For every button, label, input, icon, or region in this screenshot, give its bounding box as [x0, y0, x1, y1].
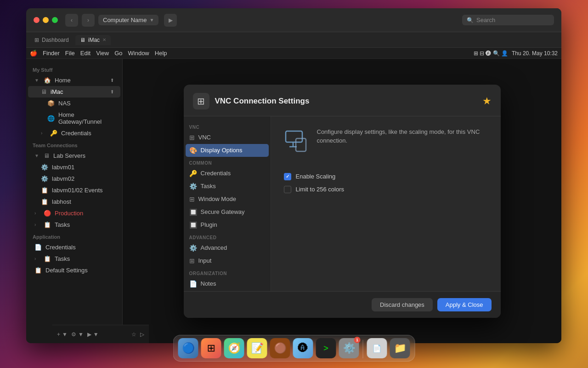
sidebar-item-tasks-team[interactable]: › 📋 Tasks: [28, 219, 120, 230]
add-button[interactable]: + ▼: [57, 331, 68, 338]
apply-close-button[interactable]: Apply & Close: [437, 298, 492, 311]
terminal-icon: >: [323, 344, 328, 353]
dialog-item-secure-gateway[interactable]: 🔲 Secure Gateway: [184, 206, 271, 218]
credentials-icon: 🔑: [50, 130, 57, 137]
sidebar-item-home[interactable]: ▼ 🏠 Home ⬆: [28, 75, 120, 86]
play-icon: ▶: [169, 17, 173, 23]
svg-rect-0: [286, 131, 302, 142]
search-icon: 🔍: [467, 17, 474, 23]
sidebar-item-label: labhost: [52, 198, 71, 205]
enable-scaling-checkbox-box[interactable]: [284, 173, 291, 180]
menu-window[interactable]: Window: [128, 50, 149, 57]
sidebar-item-label: Lab Servers: [53, 152, 85, 159]
svg-rect-3: [296, 138, 306, 151]
plugin-icon: 🔲: [189, 221, 197, 229]
sidebar-item-label: Home Gateway/Tunnel: [58, 111, 114, 125]
chevron-down-icon: ▼: [62, 331, 68, 338]
cred-icon: 🔑: [189, 170, 197, 177]
star-button[interactable]: ☆: [131, 331, 136, 338]
maximize-button[interactable]: [52, 17, 58, 23]
dock-notes[interactable]: 📝: [247, 338, 267, 358]
bottom-toolbar: + ▼ ⚙ ▼ ▶ ▼ ☆ ▷: [52, 325, 149, 343]
dock-appstore[interactable]: 🅐: [293, 338, 313, 358]
dialog-item-tasks[interactable]: ⚙️ Tasks: [184, 180, 271, 193]
dialog-item-credentials[interactable]: 🔑 Credentials: [184, 167, 271, 180]
events-icon: 📋: [41, 187, 48, 194]
sidebar-item-credentials[interactable]: › 🔑 Credentials: [28, 127, 120, 139]
menu-edit[interactable]: Edit: [80, 50, 90, 57]
dock-terminal[interactable]: >: [316, 338, 336, 358]
menu-go[interactable]: Go: [114, 50, 122, 57]
menu-view[interactable]: View: [96, 50, 109, 57]
sidebar-item-label: labvm01: [52, 164, 74, 171]
menu-finder[interactable]: Finder: [43, 50, 60, 57]
gateway-icon: 🔲: [189, 208, 197, 216]
enable-scaling-checkbox[interactable]: Enable Scaling: [284, 173, 488, 180]
action-button[interactable]: ▶: [164, 14, 177, 27]
minimize-button[interactable]: [43, 17, 49, 23]
sidebar-item-lab-servers[interactable]: ▼ 🖥 Lab Servers: [28, 150, 120, 161]
sidebar-item-labvm-events[interactable]: 📋 labvm01/02 Events: [28, 184, 120, 196]
sidebar-item-label: Tasks: [55, 221, 70, 228]
lab-icon: 🖥: [44, 152, 50, 159]
dialog-section-common: Common: [184, 157, 271, 167]
menu-help[interactable]: Help: [155, 50, 167, 57]
dock-separator: [363, 340, 363, 358]
dialog-description-text: Configure display settings, like the sca…: [317, 127, 488, 145]
menu-file[interactable]: File: [65, 50, 75, 57]
search-bar[interactable]: 🔍 Search: [462, 15, 554, 25]
sidebar-item-label: iMac: [51, 88, 63, 95]
dock-folder[interactable]: 📁: [390, 338, 410, 358]
checkbox-group: Enable Scaling Limit to 256 colors: [284, 173, 488, 193]
connect-button[interactable]: ▶ ▼: [87, 331, 99, 338]
sidebar-item-production[interactable]: › 🔴 Production: [28, 207, 120, 219]
sidebar-item-default-settings[interactable]: 📋 Default Settings: [28, 264, 120, 276]
sidebar-item-app-credentials[interactable]: 📄 Credentials: [28, 242, 120, 253]
notes-icon: 📄: [189, 280, 197, 288]
tab-dashboard[interactable]: ⊞ Dashboard: [30, 35, 74, 45]
window-icons: ⊞ ⊟ 🅐 🔍 👤: [474, 50, 508, 57]
tab-imac[interactable]: 🖥 iMac ✕: [75, 35, 111, 45]
nav-forward-button[interactable]: ›: [82, 14, 95, 27]
tab-close-icon[interactable]: ✕: [102, 37, 106, 42]
tab-imac-icon: 🖥: [80, 37, 85, 43]
discard-changes-button[interactable]: Discard changes: [372, 298, 433, 311]
sidebar-item-labvm02[interactable]: ⚙️ labvm02: [28, 173, 120, 184]
apple-menu-icon[interactable]: 🍎: [30, 50, 37, 57]
sidebar-item-nas[interactable]: 📦 NAS: [28, 98, 120, 109]
nav-back-button[interactable]: ‹: [65, 14, 78, 27]
window-mode-icon: ⊞: [189, 196, 195, 203]
sidebar-item-label: Home: [55, 77, 71, 84]
dialog-item-custom-properties[interactable]: ⊞ Custom Properties: [184, 290, 271, 291]
dialog-item-display-options[interactable]: 🎨 Display Options: [186, 144, 269, 157]
main-window: ‹ › Computer Name ▼ ▶ 🔍 Search ⊞ Dashboa…: [26, 8, 561, 343]
application-label: Application: [26, 230, 122, 242]
close-button[interactable]: [34, 17, 40, 23]
sidebar-item-imac[interactable]: 🖥 iMac ⬆: [28, 86, 120, 98]
dialog-item-notes[interactable]: 📄 Notes: [184, 277, 271, 290]
sidebar-item-labhost[interactable]: 📋 labhost: [28, 196, 120, 207]
dialog-item-window-mode[interactable]: ⊞ Window Mode: [184, 193, 271, 206]
dialog-item-input[interactable]: ⊞ Input: [184, 254, 271, 267]
vm-icon: ⚙️: [41, 164, 48, 171]
dialog-item-plugin[interactable]: 🔲 Plugin: [184, 218, 271, 231]
dock-scripts[interactable]: 📄: [367, 338, 387, 358]
dialog-item-advanced[interactable]: ⚙️ Advanced: [184, 242, 271, 254]
dock-finder[interactable]: 🔵: [178, 338, 198, 358]
dialog-item-vnc[interactable]: ⊞ VNC: [184, 131, 271, 144]
limit-colors-checkbox-box[interactable]: [284, 186, 291, 193]
limit-colors-checkbox[interactable]: Limit to 256 colors: [284, 186, 488, 193]
dock-launchpad[interactable]: ⊞: [201, 338, 221, 358]
sidebar-item-labvm01[interactable]: ⚙️ labvm01: [28, 161, 120, 173]
play-button[interactable]: ▷: [140, 331, 144, 338]
sidebar-item-app-tasks[interactable]: › 📋 Tasks: [28, 253, 120, 264]
vnc-icon: ⊞: [197, 96, 205, 107]
sidebar-item-home-gateway[interactable]: 🌐 Home Gateway/Tunnel: [28, 109, 120, 127]
dock-safari[interactable]: 🧭: [224, 338, 244, 358]
dock-mosaic[interactable]: 🟤: [270, 338, 290, 358]
computer-name-button[interactable]: Computer Name ▼: [98, 15, 158, 25]
settings-button[interactable]: ⚙ ▼: [71, 331, 84, 338]
favorite-star-icon[interactable]: ★: [482, 95, 492, 107]
traffic-lights: [26, 17, 65, 23]
dock-system-prefs[interactable]: ⚙️ 1: [339, 338, 359, 358]
